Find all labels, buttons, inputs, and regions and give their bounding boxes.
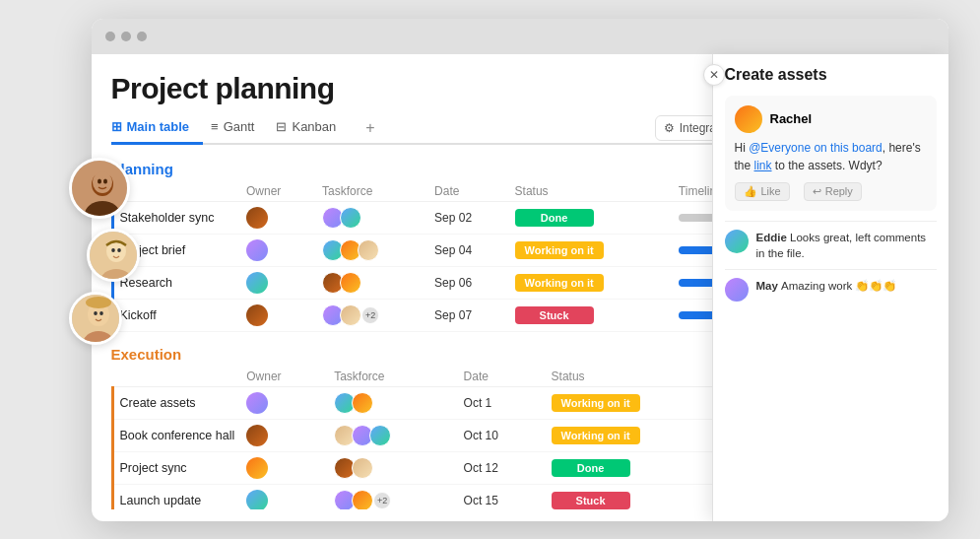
browser-dot-1 (105, 32, 115, 41)
table-icon: ⊞ (111, 119, 122, 134)
row-taskforce: +2 (316, 299, 428, 331)
popup-title: Create assets (725, 66, 937, 84)
avatar (246, 457, 268, 479)
row-date: Sep 04 (428, 234, 509, 266)
row-date: Sep 06 (428, 266, 509, 299)
comment-actions: 👍 Like ↩ Reply (735, 182, 927, 201)
reply-button[interactable]: ↩ Reply (804, 182, 862, 201)
avatar (246, 304, 268, 326)
row-taskforce (328, 419, 457, 451)
avatar (369, 425, 391, 446)
col-owner-execution: Owner (240, 367, 328, 387)
reply-item: Eddie Looks great, left comments in the … (725, 221, 937, 261)
page-title: Project planning (111, 72, 335, 105)
row-date: Oct 10 (458, 419, 546, 451)
row-taskforce (316, 234, 428, 266)
commenter-avatar (735, 105, 762, 133)
row-name: Create assets (112, 386, 240, 419)
tab-kanban[interactable]: ⊟ Kanban (276, 113, 350, 145)
status-badge: Working on it (515, 241, 604, 259)
comment-link[interactable]: link (754, 159, 772, 172)
comment-block: Rachel Hi @Everyone on this board, here'… (725, 96, 937, 211)
browser-dot-3 (137, 32, 147, 41)
row-date: Sep 07 (428, 299, 509, 331)
row-status: Done (509, 201, 673, 234)
browser-bar (92, 19, 948, 54)
tab-gantt[interactable]: ≡ Gantt (211, 113, 268, 145)
reply-item: May Amazing work 👏👏👏 (725, 269, 937, 302)
popup-close-button[interactable]: ✕ (703, 64, 725, 86)
row-owner (240, 234, 316, 266)
row-owner (240, 386, 328, 419)
avatar (352, 457, 373, 479)
commenter-name: Rachel (770, 111, 813, 126)
avatar-3 (69, 292, 122, 345)
reply-text: May Amazing work 👏👏👏 (756, 278, 897, 294)
status-badge: Stuck (552, 492, 630, 509)
row-status: Done (546, 451, 735, 484)
integrate-icon: ⚙ (664, 121, 675, 135)
avatar (352, 490, 373, 509)
status-badge: Working on it (515, 274, 604, 292)
svg-point-16 (86, 297, 111, 308)
add-tab-button[interactable]: + (358, 119, 382, 137)
avatar (246, 207, 268, 229)
row-owner (240, 201, 316, 234)
status-badge: Working on it (552, 427, 640, 444)
status-badge: Done (515, 209, 594, 227)
row-name: Launch update (112, 484, 240, 509)
row-status: Stuck (509, 299, 673, 331)
avatar (340, 207, 361, 229)
row-status: Working on it (509, 266, 673, 299)
col-owner-planning: Owner (240, 181, 316, 202)
col-status-execution: Status (546, 367, 735, 387)
svg-point-10 (117, 248, 121, 252)
row-name: Project sync (112, 451, 240, 484)
avatar (340, 272, 361, 294)
row-owner (240, 266, 316, 299)
tab-main-table[interactable]: ⊞ Main table (111, 113, 204, 145)
avatar-count: +2 (373, 492, 391, 509)
status-badge: Working on it (552, 394, 640, 412)
svg-point-5 (103, 179, 107, 184)
row-status: Working on it (509, 234, 673, 266)
svg-point-15 (99, 311, 103, 315)
mention: @Everyone on this board (749, 141, 882, 155)
avatar (352, 392, 373, 414)
row-status: Working on it (546, 386, 735, 419)
row-owner (240, 484, 328, 509)
svg-point-4 (98, 179, 101, 184)
svg-point-14 (94, 311, 98, 315)
avatar (246, 239, 268, 261)
avatar-2 (87, 229, 140, 282)
row-name: Book conference hall (112, 419, 240, 451)
col-status-planning: Status (509, 181, 673, 202)
reply-text: Eddie Looks great, left comments in the … (756, 230, 937, 261)
comment-text: Hi @Everyone on this board, here's the l… (735, 139, 927, 174)
avatar (246, 425, 268, 446)
col-name-execution (112, 367, 240, 387)
row-taskforce (316, 201, 428, 234)
reply-avatar (725, 230, 749, 253)
row-owner (240, 419, 328, 451)
row-status: Stuck (546, 484, 735, 509)
row-taskforce (316, 266, 428, 299)
browser-dot-2 (121, 32, 131, 41)
like-button[interactable]: 👍 Like (735, 182, 790, 201)
avatar (246, 490, 268, 509)
row-date: Oct 1 (458, 386, 546, 419)
row-date: Oct 12 (458, 451, 546, 484)
avatar-count: +2 (361, 306, 379, 324)
reply-author: May (756, 280, 782, 292)
row-taskforce: +2 (328, 484, 457, 509)
row-date: Sep 02 (428, 201, 509, 234)
row-owner (240, 451, 328, 484)
col-date-planning: Date (428, 181, 509, 202)
kanban-icon: ⊟ (276, 119, 287, 134)
row-status: Working on it (546, 419, 735, 451)
avatar (358, 239, 379, 261)
avatar (340, 304, 361, 326)
row-date: Oct 15 (458, 484, 546, 509)
row-taskforce (328, 386, 457, 419)
reply-icon: ↩ (813, 185, 821, 198)
